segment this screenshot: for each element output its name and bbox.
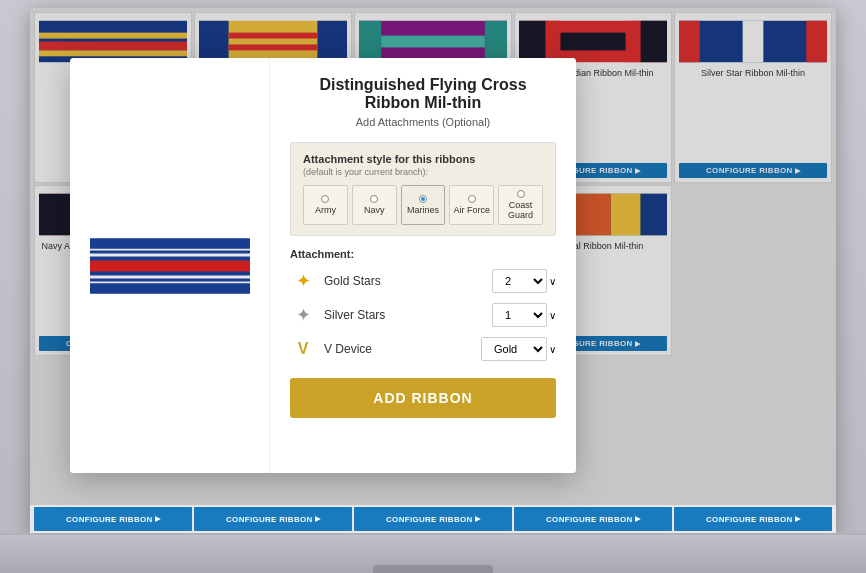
- bottom-configure-btn-4[interactable]: CONFIGURE RIBBON: [514, 507, 672, 531]
- coastguard-radio: [517, 190, 525, 198]
- army-label: Army: [315, 205, 336, 215]
- laptop-base: [0, 533, 866, 573]
- branch-army-btn[interactable]: Army: [303, 185, 348, 225]
- svg-rect-52: [90, 278, 250, 281]
- silver-stars-select[interactable]: 1 2 3 4 5: [492, 303, 547, 327]
- silver-stars-name: Silver Stars: [324, 308, 492, 322]
- gold-stars-row: ✦ Gold Stars 2 1 3 4 5 ∨: [290, 268, 556, 294]
- v-device-icon: V: [290, 336, 316, 362]
- marines-radio: [419, 195, 427, 203]
- svg-rect-50: [90, 283, 250, 293]
- coastguard-label: Coast Guard: [508, 200, 533, 220]
- bottom-configure-btn-1[interactable]: CONFIGURE RIBBON: [34, 507, 192, 531]
- silver-star-icon: ✦: [290, 302, 316, 328]
- section-title: Attachment style for this ribbons: [303, 153, 543, 165]
- marines-label: Marines: [407, 205, 439, 215]
- svg-rect-51: [90, 250, 250, 253]
- section-hint: (default is your current branch):: [303, 167, 543, 177]
- attachment-style-section: Attachment style for this ribbons (defau…: [290, 142, 556, 236]
- airforce-label: Air Force: [454, 205, 491, 215]
- attachment-section-label: Attachment:: [290, 248, 556, 260]
- bottom-configure-btn-2[interactable]: CONFIGURE RIBBON: [194, 507, 352, 531]
- config-panel: Distinguished Flying Cross Ribbon Mil-th…: [270, 58, 576, 473]
- svg-rect-48: [90, 260, 250, 271]
- branch-buttons-group: Army Navy Marines Air Force: [303, 185, 543, 225]
- laptop-notch: [373, 565, 493, 573]
- branch-marines-btn[interactable]: Marines: [401, 185, 446, 225]
- add-ribbon-button[interactable]: ADD RIBBON: [290, 378, 556, 418]
- branch-coastguard-btn[interactable]: Coast Guard: [498, 185, 543, 225]
- svg-rect-49: [90, 238, 250, 248]
- v-device-name: V Device: [324, 342, 481, 356]
- gold-stars-name: Gold Stars: [324, 274, 492, 288]
- modal-card: Distinguished Flying Cross Ribbon Mil-th…: [70, 58, 576, 473]
- navy-label: Navy: [364, 205, 385, 215]
- v-device-row: V V Device Gold Silver ∨: [290, 336, 556, 362]
- gold-star-icon: ✦: [290, 268, 316, 294]
- gold-stars-select[interactable]: 2 1 3 4 5: [492, 269, 547, 293]
- v-device-select[interactable]: Gold Silver: [481, 337, 547, 361]
- silver-stars-row: ✦ Silver Stars 1 2 3 4 5 ∨: [290, 302, 556, 328]
- branch-airforce-btn[interactable]: Air Force: [449, 185, 494, 225]
- bottom-configure-btn-3[interactable]: CONFIGURE RIBBON: [354, 507, 512, 531]
- branch-navy-btn[interactable]: Navy: [352, 185, 397, 225]
- ribbon-preview-panel: [70, 58, 270, 473]
- modal-title: Distinguished Flying Cross Ribbon Mil-th…: [290, 76, 556, 112]
- army-radio: [321, 195, 329, 203]
- airforce-radio: [468, 195, 476, 203]
- modal-subtitle: Add Attachments (Optional): [290, 116, 556, 128]
- browser-window: DOT Guardian Ribbon Mil-thin CONFIGURE R…: [30, 8, 836, 533]
- bottom-configure-btn-5[interactable]: CONFIGURE RIBBON: [674, 507, 832, 531]
- navy-radio: [370, 195, 378, 203]
